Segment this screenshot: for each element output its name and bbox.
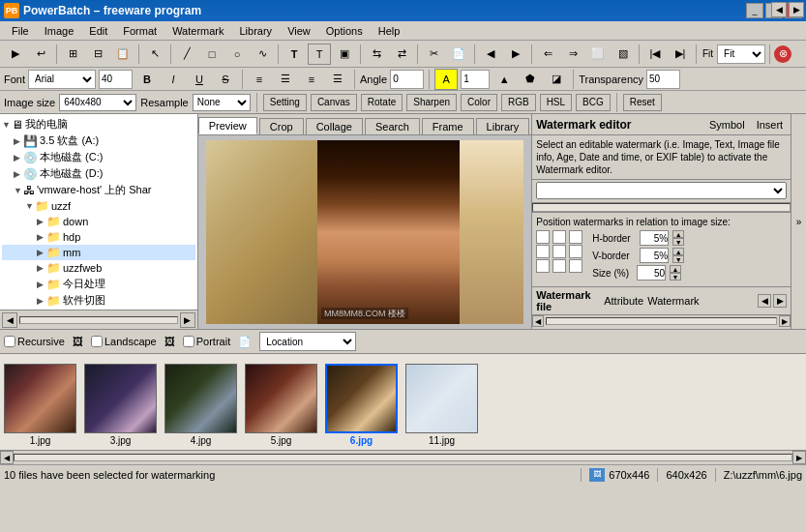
tree-item-3[interactable]: ▼ 🖧 'vmware-host' 上的 Shar [2,182,195,198]
tab-crop[interactable]: Crop [259,118,304,134]
rotate-btn[interactable]: Rotate [361,94,403,111]
font-align-center[interactable]: ☰ [274,69,297,90]
we-size-down[interactable]: ▼ [670,273,681,281]
menu-image[interactable]: Image [37,23,82,39]
we-bottom-left[interactable]: ◀ [532,315,544,327]
tree-root[interactable]: ▼ 🖥 我的电脑 [2,116,195,133]
tool-grid1[interactable]: ⊞ [61,44,84,65]
tool-text2[interactable]: T [308,44,331,65]
we-cell-tc[interactable] [552,230,566,244]
preview-nav-left[interactable]: ◀ [771,2,787,17]
thumb-item-0[interactable]: 1.jpg [4,364,76,446]
tree-item-2[interactable]: ▶ 💿 本地磁盘 (D:) [2,165,195,182]
tool-last[interactable]: ▶| [669,44,692,65]
tree-item-7[interactable]: ▶ 📁 mm [2,245,195,260]
tool-copy[interactable]: 📋 [111,44,134,65]
thumb-item-1[interactable]: 3.jpg [84,364,157,446]
landscape-check[interactable]: Landscape [91,336,157,347]
tab-collage[interactable]: Collage [306,118,363,134]
fit-combo[interactable]: Fit [717,44,765,64]
tree-item-9[interactable]: ▶ 📁 今日处理 [2,276,195,292]
menu-watermark[interactable]: Watermark [164,23,231,39]
tree-item-6[interactable]: ▶ 📁 hdp [2,229,195,245]
we-hborder-up[interactable]: ▲ [672,230,684,238]
reset-btn[interactable]: Reset [623,94,662,111]
minimize-button[interactable]: _ [746,3,763,18]
thumb-item-2[interactable]: 4.jpg [164,364,237,446]
tree-item-10[interactable]: ▶ 📁 软件切图 [2,292,195,309]
we-tab-insert[interactable]: Insert [753,119,788,131]
font-underline-btn[interactable]: U [188,69,211,90]
we-file-nav-right[interactable]: ▶ [773,294,787,308]
tool-nav-left[interactable]: ◀ [479,44,502,65]
tool-size3[interactable]: ⬜ [586,44,610,65]
tree-scroll-right[interactable]: ▶ [180,312,195,328]
font-align-justify[interactable]: ☰ [326,69,349,90]
tool-line[interactable]: ╱ [175,44,198,65]
we-tab-symbol[interactable]: Symbol [705,119,749,131]
we-watermark-tab[interactable]: Watermark [647,295,699,307]
thumb-img-4[interactable] [325,364,398,433]
we-size-input[interactable] [637,265,666,281]
we-cell-tr[interactable] [569,230,582,244]
we-cell-mr[interactable] [569,245,582,258]
menu-edit[interactable]: Edit [81,23,115,39]
tool-first[interactable]: |◀ [643,44,667,65]
we-bottom-track[interactable] [546,317,777,325]
transparency-input[interactable] [646,70,680,89]
stroke-up[interactable]: ▲ [493,69,516,90]
tool-arrow[interactable]: ▶ [4,44,27,65]
tool-redo[interactable]: ⇆ [365,44,388,65]
we-select-combo[interactable] [536,182,787,199]
we-cell-tl[interactable] [536,230,550,244]
recursive-check[interactable]: Recursive [4,336,65,347]
we-vborder-up[interactable]: ▲ [672,248,684,255]
font-name-combo[interactable]: Arial [28,70,96,89]
we-hborder-down[interactable]: ▼ [672,238,684,246]
tool-cut[interactable]: ✂ [422,44,445,65]
we-cell-ml[interactable] [536,245,550,258]
thumb-item-4[interactable]: 6.jpg [325,364,398,446]
tool-text[interactable]: T [283,44,306,65]
we-cell-bl[interactable] [536,259,550,273]
font-strikethrough-btn[interactable]: S [214,69,237,90]
setting-btn[interactable]: Setting [263,94,307,111]
thumb-scroll-left[interactable]: ◀ [0,451,14,464]
resample-combo[interactable]: None [193,94,251,111]
tool-undo[interactable]: ↩ [29,44,52,65]
sharpen-btn[interactable]: Sharpen [406,94,457,111]
color-btn2[interactable]: Color [461,94,497,111]
we-hborder-input[interactable] [640,230,669,246]
we-size-up[interactable]: ▲ [670,265,681,273]
we-cell-mc[interactable] [552,245,566,258]
portrait-checkbox[interactable] [183,336,194,347]
thumb-item-3[interactable]: 5.jpg [245,364,317,446]
tool-ellipse[interactable]: ○ [225,44,249,65]
rgb-btn[interactable]: RGB [501,94,536,111]
canvas-btn[interactable]: Canvas [311,94,357,111]
thumb-scroll-right[interactable]: ▶ [792,451,806,464]
tool-stop[interactable]: ⊗ [774,45,791,63]
imgsize-combo[interactable]: 640x480 [59,94,136,111]
tree-item-4[interactable]: ▼ 📁 uzzf [2,198,195,214]
we-file-nav-left[interactable]: ◀ [758,294,771,308]
tree-scroll-left[interactable]: ◀ [2,312,17,328]
tool-image[interactable]: ▣ [333,44,356,65]
tool-curve[interactable]: ∿ [251,44,274,65]
tree-scroll-track[interactable] [19,316,178,324]
stroke-input[interactable] [461,70,490,89]
thumb-item-5[interactable]: 11.jpg [405,364,478,446]
tool-select[interactable]: ↖ [143,44,166,65]
menu-format[interactable]: Format [115,23,164,39]
tree-item-5[interactable]: ▶ 📁 down [2,214,195,229]
tree-item-0[interactable]: ▶ 💾 3.5 软盘 (A:) [2,133,195,149]
stroke-btn[interactable]: ⬟ [519,69,542,90]
tool-rect[interactable]: □ [200,44,224,65]
menu-view[interactable]: View [280,23,318,39]
thumb-img-2[interactable] [164,364,237,433]
we-scroll-track[interactable] [532,203,791,212]
tool-size2[interactable]: ⇒ [561,44,584,65]
location-combo[interactable]: Location [259,332,356,351]
portrait-check[interactable]: Portrait [183,336,230,347]
tool-paste[interactable]: 📄 [447,44,470,65]
